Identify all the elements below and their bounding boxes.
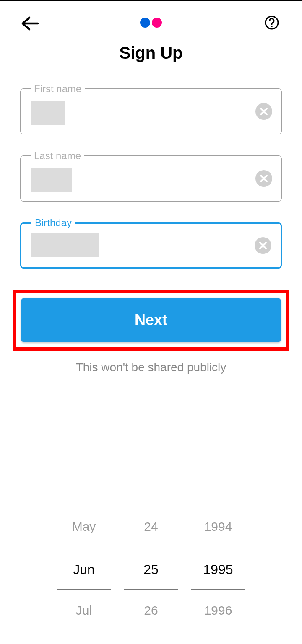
last-name-redacted-value: [31, 168, 72, 192]
close-icon: [258, 241, 268, 250]
birthday-label: Birthday: [31, 217, 75, 229]
year-next[interactable]: 1996: [191, 590, 245, 631]
last-name-label: Last name: [31, 150, 84, 162]
privacy-note: This won't be shared publicly: [0, 361, 302, 374]
arrow-left-icon: [21, 15, 39, 32]
logo-dot-pink: [152, 18, 162, 28]
next-button[interactable]: Next: [21, 298, 281, 342]
first-name-redacted-value: [31, 101, 65, 125]
first-name-label: First name: [31, 83, 85, 95]
month-selected[interactable]: Jun: [57, 548, 111, 590]
page-title: Sign Up: [0, 44, 302, 62]
year-column[interactable]: 1994 1995 1996: [191, 506, 245, 631]
day-prev[interactable]: 24: [124, 506, 178, 548]
month-prev[interactable]: May: [57, 506, 111, 548]
app-logo: [140, 18, 162, 28]
day-next[interactable]: 26: [124, 590, 178, 631]
close-icon: [259, 174, 268, 183]
month-column[interactable]: May Jun Jul: [57, 506, 111, 631]
header: [0, 1, 302, 33]
day-column[interactable]: 24 25 26: [124, 506, 178, 631]
date-picker[interactable]: May Jun Jul 24 25 26 1994 1995 1996: [0, 506, 302, 631]
clear-last-name-button[interactable]: [255, 170, 272, 187]
clear-first-name-button[interactable]: [255, 103, 272, 120]
year-selected[interactable]: 1995: [191, 548, 245, 590]
last-name-field[interactable]: Last name: [20, 155, 282, 202]
clear-birthday-button[interactable]: [255, 237, 271, 254]
help-icon: [264, 15, 279, 30]
svg-point-1: [271, 26, 273, 27]
day-selected[interactable]: 25: [124, 548, 178, 590]
year-prev[interactable]: 1994: [191, 506, 245, 548]
highlight-annotation: Next: [13, 290, 289, 351]
first-name-field[interactable]: First name: [20, 88, 282, 134]
back-button[interactable]: [21, 15, 39, 34]
month-next[interactable]: Jul: [57, 590, 111, 631]
signup-form: First name Last name Birthday: [0, 88, 302, 269]
close-icon: [259, 107, 268, 116]
birthday-field[interactable]: Birthday: [20, 222, 282, 269]
logo-dot-blue: [140, 18, 150, 28]
help-button[interactable]: [264, 15, 279, 32]
birthday-redacted-value: [31, 233, 99, 257]
